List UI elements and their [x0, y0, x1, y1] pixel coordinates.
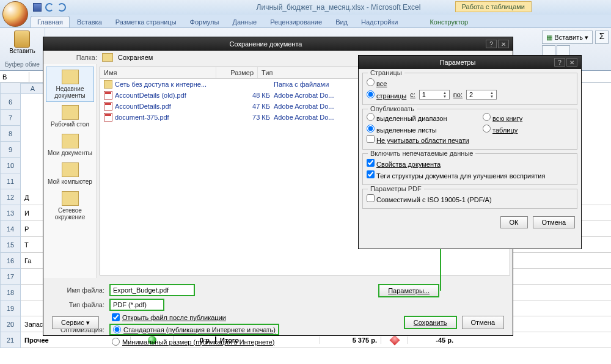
row-header[interactable]: 14: [0, 221, 21, 237]
publish-table-radio[interactable]: таблицу: [483, 125, 518, 134]
iso-checkbox[interactable]: Совместимый с ISO 19005-1 (PDF/A): [367, 194, 492, 203]
pages-all-radio[interactable]: все: [367, 78, 387, 87]
cancel-button[interactable]: Отмена: [462, 316, 504, 329]
page-from-input[interactable]: 1▲▼: [419, 90, 450, 100]
opt-min-label: Минимальный размер (публикация в Интерне…: [122, 338, 274, 346]
parameters-button[interactable]: Параметры...: [378, 284, 439, 297]
row-header[interactable]: 7: [0, 110, 21, 126]
row-header[interactable]: 8: [0, 126, 21, 142]
col-size[interactable]: Размер: [216, 67, 258, 78]
name-box[interactable]: B: [0, 72, 29, 82]
clipboard-group: Вставить Буфер обме: [0, 28, 45, 70]
save-button[interactable]: Сохранить: [404, 316, 457, 329]
row-header[interactable]: 17: [0, 269, 21, 285]
pdf-legend: Параметры PDF: [368, 185, 424, 192]
tab-insert[interactable]: Вставка: [71, 16, 108, 27]
place-icon: [62, 105, 79, 120]
help-icon[interactable]: ?: [486, 40, 497, 48]
undo-icon[interactable]: [45, 3, 54, 12]
tab-addins[interactable]: Надстройки: [355, 16, 404, 27]
places-sidebar: Недавние документы Рабочий стол Мои доку…: [43, 64, 97, 278]
place-icon: [62, 191, 79, 206]
row-header[interactable]: 18: [0, 285, 21, 300]
filetype-select[interactable]: PDF (*.pdf): [109, 299, 164, 311]
clipboard-label: Буфер обме: [5, 61, 40, 68]
publish-book-radio[interactable]: всю книгу: [483, 113, 522, 122]
dialog-title: Сохранение документа: [47, 40, 485, 48]
tab-page-layout[interactable]: Разметка страницы: [109, 16, 183, 27]
filename-label: Имя файла:: [49, 286, 104, 294]
row-header[interactable]: 20: [0, 316, 21, 332]
ignore-print-checkbox[interactable]: Не учитывать области печати: [367, 135, 469, 144]
insert-label: Вставить: [554, 34, 583, 41]
param-dialog-title: Параметры: [362, 59, 553, 66]
doc-props-checkbox[interactable]: Свойства документа: [367, 159, 441, 168]
sum-button[interactable]: Σ: [595, 31, 609, 44]
tab-formulas[interactable]: Формулы: [184, 16, 225, 27]
tab-review[interactable]: Рецензирование: [264, 16, 328, 27]
pdf-icon: [104, 102, 112, 111]
folder-icon: [102, 53, 113, 62]
publish-sheets-radio[interactable]: выделенные листы: [367, 125, 458, 134]
col-name[interactable]: Имя: [100, 67, 216, 78]
nonprint-legend: Включить непечатаемые данные: [368, 150, 475, 157]
row-header[interactable]: 6: [0, 94, 21, 110]
row-header[interactable]: 10: [0, 158, 21, 173]
row-header[interactable]: 9: [0, 142, 21, 158]
row-header[interactable]: 19: [0, 300, 21, 316]
paste-label: Вставить: [5, 48, 40, 54]
place-icon: [62, 162, 79, 177]
folder-label: Папка:: [49, 54, 97, 61]
optimize-min-radio[interactable]: Минимальный размер (публикация в Интерне…: [112, 338, 274, 346]
struct-tags-checkbox[interactable]: Теги структуры документа для улучшения в…: [367, 170, 545, 180]
row-header[interactable]: 12: [0, 189, 21, 205]
from-label: с:: [410, 91, 415, 98]
pdf-icon: [104, 91, 112, 100]
col-header-a[interactable]: A: [21, 83, 45, 94]
close-icon[interactable]: ✕: [498, 40, 509, 48]
row-header[interactable]: 11: [0, 173, 21, 189]
open-after-label: Открыть файл после публикации: [122, 314, 226, 321]
pages-legend: Страницы: [368, 69, 404, 76]
param-ok-button[interactable]: ОК: [500, 216, 528, 228]
tab-design[interactable]: Конструктор: [423, 16, 474, 27]
sidebar-item[interactable]: Мой компьютер: [46, 159, 94, 188]
param-cancel-button[interactable]: Отмена: [533, 216, 575, 228]
service-button[interactable]: Сервис ▾: [52, 316, 99, 329]
sidebar-item[interactable]: Недавние документы: [46, 67, 94, 102]
sidebar-item[interactable]: Мои документы: [46, 131, 94, 159]
tab-data[interactable]: Данные: [226, 16, 263, 27]
to-label: по:: [453, 91, 463, 98]
table-tools-tab[interactable]: Работа с таблицами: [455, 1, 532, 12]
filetype-label: Тип файла:: [49, 301, 104, 308]
pages-range-radio[interactable]: страницы: [367, 90, 406, 100]
row-header[interactable]: 15: [0, 237, 21, 253]
page-to-input[interactable]: 2▲▼: [466, 90, 497, 100]
tab-home[interactable]: Главная: [31, 16, 70, 27]
pages-group: Страницы все страницы с: 1▲▼ по: 2▲▼: [362, 73, 577, 105]
insert-cells-button[interactable]: ▦Вставить ▾: [542, 31, 593, 44]
open-after-checkbox[interactable]: Открыть файл после публикации: [112, 313, 226, 321]
sidebar-item[interactable]: Рабочий стол: [46, 102, 94, 131]
row-header[interactable]: 16: [0, 253, 21, 269]
tab-view[interactable]: Вид: [329, 16, 354, 27]
row-header[interactable]: 13: [0, 205, 21, 221]
save-icon[interactable]: [33, 3, 42, 12]
optimize-standard-radio[interactable]: Стандартная (публикация в Интернете и пе…: [109, 324, 279, 335]
sidebar-item[interactable]: Сетевое окружение: [46, 188, 94, 224]
param-dialog-titlebar: Параметры ? ✕: [359, 56, 581, 69]
redo-icon[interactable]: [57, 3, 66, 12]
place-icon: [62, 134, 79, 148]
office-button[interactable]: [2, 1, 28, 27]
close-icon[interactable]: ✕: [566, 58, 577, 67]
row-header[interactable]: 21: [0, 332, 21, 348]
ribbon-tabs: Главная Вставка Разметка страницы Формул…: [0, 15, 611, 28]
publish-group: Опубликовать выделенный диапазон всю кни…: [362, 109, 577, 150]
publish-range-radio[interactable]: выделенный диапазон: [367, 113, 458, 122]
opt-standard-label: Стандартная (публикация в Интернете и пе…: [123, 326, 276, 333]
help-icon[interactable]: ?: [554, 58, 565, 67]
filename-input[interactable]: [109, 284, 195, 296]
folder-icon: [104, 80, 112, 89]
publish-legend: Опубликовать: [368, 105, 417, 112]
paste-button[interactable]: Вставить: [5, 31, 40, 54]
